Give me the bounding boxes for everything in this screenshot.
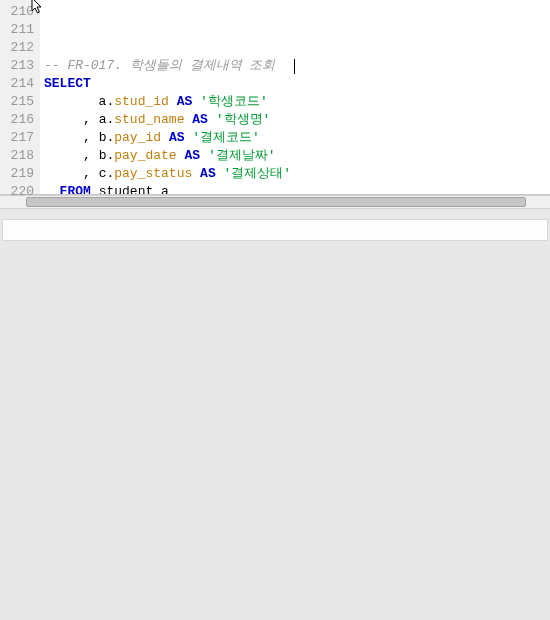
code-token: stud_name (114, 112, 184, 127)
code-token (216, 166, 224, 181)
code-token (169, 94, 177, 109)
code-token (44, 166, 83, 181)
code-token: pay_status (114, 166, 192, 181)
line-number-gutter: 210211212213214215216217218219220 (0, 0, 40, 194)
line-number: 216 (4, 111, 34, 129)
code-token: '학생명' (216, 112, 271, 127)
code-token: -- FR-017. 학생들의 결제내역 조회 (44, 58, 275, 73)
code-line[interactable]: a.stud_id AS '학생코드' (44, 93, 550, 111)
text-cursor (294, 59, 295, 74)
code-token (192, 166, 200, 181)
code-token: , (83, 112, 91, 127)
code-area[interactable]: -- FR-017. 학생들의 결제내역 조회SELECT a.stud_id … (40, 0, 550, 194)
code-token (161, 130, 169, 145)
code-line[interactable]: , b.pay_id AS '결제코드' (44, 129, 550, 147)
code-token: a (44, 94, 106, 109)
code-token (192, 94, 200, 109)
code-line[interactable]: , c.pay_status AS '결제상태' (44, 165, 550, 183)
results-pane-header[interactable] (2, 219, 548, 241)
code-token: pay_id (114, 130, 161, 145)
code-token (200, 148, 208, 163)
code-token: '결제코드' (192, 130, 260, 145)
code-line[interactable]: , a.stud_name AS '학생명' (44, 111, 550, 129)
code-line[interactable]: FROM student a (44, 183, 550, 194)
code-token: , (83, 148, 91, 163)
line-number: 212 (4, 39, 34, 57)
code-token: SELECT (44, 76, 91, 91)
code-line[interactable]: SELECT (44, 75, 550, 93)
line-number: 219 (4, 165, 34, 183)
code-token: stud_id (114, 94, 169, 109)
line-number: 217 (4, 129, 34, 147)
code-token: AS (200, 166, 216, 181)
horizontal-scrollbar[interactable] (0, 195, 550, 209)
code-line[interactable]: , b.pay_date AS '결제날짜' (44, 147, 550, 165)
line-number: 214 (4, 75, 34, 93)
code-token: '학생코드' (200, 94, 268, 109)
code-token (208, 112, 216, 127)
code-token (44, 184, 60, 194)
code-token: b (91, 130, 107, 145)
code-token: '결제상태' (224, 166, 292, 181)
line-number: 213 (4, 57, 34, 75)
code-token: AS (192, 112, 208, 127)
code-token: student a (91, 184, 169, 194)
code-token: AS (184, 148, 200, 163)
code-token (44, 130, 83, 145)
line-number: 215 (4, 93, 34, 111)
code-token: b (91, 148, 107, 163)
line-number: 210 (4, 3, 34, 21)
code-token: AS (177, 94, 193, 109)
code-token: , (83, 130, 91, 145)
code-token: , (83, 166, 91, 181)
code-token: '결제날짜' (208, 148, 276, 163)
line-number: 211 (4, 21, 34, 39)
code-token (44, 148, 83, 163)
code-token: c (91, 166, 107, 181)
code-token: a (91, 112, 107, 127)
horizontal-scrollbar-thumb[interactable] (26, 197, 526, 207)
code-token: pay_date (114, 148, 176, 163)
code-token: AS (169, 130, 185, 145)
code-line[interactable]: -- FR-017. 학생들의 결제내역 조회 (44, 57, 550, 75)
code-token (44, 112, 83, 127)
code-editor[interactable]: 210211212213214215216217218219220 -- FR-… (0, 0, 550, 195)
code-token: FROM (60, 184, 91, 194)
line-number: 218 (4, 147, 34, 165)
